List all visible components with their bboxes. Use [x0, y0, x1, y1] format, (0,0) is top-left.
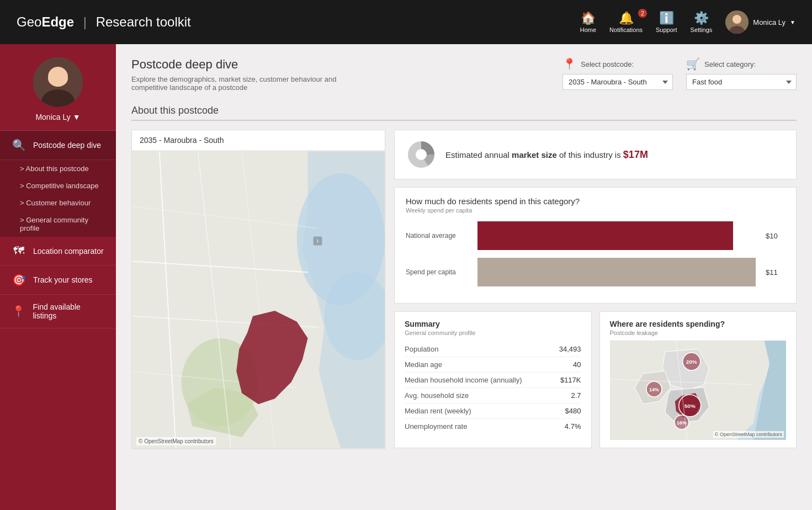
sidebar-sub-items: About this postcode Competitive landscap…	[0, 160, 116, 237]
settings-label: Settings	[691, 26, 713, 33]
svg-point-21	[416, 149, 427, 160]
svg-point-1	[733, 15, 741, 24]
bell-icon: 🔔	[619, 11, 634, 25]
support-nav[interactable]: ℹ️ Support	[656, 11, 677, 33]
leakage-attribution: © OpenStreetMap contributors	[713, 431, 784, 438]
info-icon: ℹ️	[659, 11, 674, 25]
search-icon: 🔍	[11, 139, 26, 152]
svg-text:20%: 20%	[686, 359, 697, 365]
notification-badge: 2	[638, 9, 647, 18]
leakage-card: Where are residents spending? Postcode l…	[599, 311, 797, 448]
bar-label-national: National average	[406, 232, 477, 240]
sidebar-sub-about[interactable]: About this postcode	[0, 160, 116, 177]
sidebar-item-track[interactable]: 🎯 Track your stores	[0, 265, 116, 295]
summary-row-population: Population 34,493	[405, 342, 581, 357]
about-section-title: About this postcode	[131, 105, 797, 121]
sidebar-user-chevron: ▼	[73, 113, 81, 121]
svg-text:1: 1	[316, 238, 319, 243]
bar-track-spend	[477, 258, 761, 286]
summary-subtitle: General community profile	[405, 330, 581, 336]
svg-text:50%: 50%	[684, 403, 695, 409]
sidebar-item-label-listings: Find available listings	[33, 302, 105, 320]
sidebar-item-location[interactable]: 🗺 Location comparator	[0, 237, 116, 265]
summary-row-age: Median age 40	[405, 357, 581, 373]
home-nav[interactable]: 🏠 Home	[580, 11, 596, 33]
sidebar-sub-competitive[interactable]: Competitive landscape	[0, 177, 116, 194]
layout: Monica Ly ▼ 🔍 Postcode deep dive About t…	[0, 44, 812, 510]
summary-row-rent: Median rent (weekly) $480	[405, 403, 581, 419]
app-title: GeoEdge | Research toolkit	[17, 14, 191, 30]
sidebar-item-listings[interactable]: 📍 Find available listings	[0, 295, 116, 328]
location-pin-icon: 📍	[562, 57, 576, 71]
postcode-selector-group: 📍 Select postcode: 2035 - Maroubra - Sou…	[562, 57, 673, 90]
leakage-title: Where are residents spending?	[610, 320, 787, 328]
avatar	[725, 10, 749, 34]
settings-nav[interactable]: ⚙️ Settings	[691, 11, 713, 33]
user-menu[interactable]: Monica Ly ▼	[725, 10, 795, 34]
summary-row-unemployment: Unemployment rate 4.7%	[405, 419, 581, 434]
postcode-select[interactable]: 2035 - Maroubra - South2000 - Sydney2010…	[562, 74, 673, 90]
target-icon: 🎯	[11, 273, 26, 286]
sidebar-nav: 🔍 Postcode deep dive About this postcode…	[0, 131, 116, 510]
map-container[interactable]: 1 © OpenStreetMap contributors	[132, 151, 385, 449]
market-prefix: Estimated annual	[445, 150, 510, 160]
market-card: Estimated annual market size of this ind…	[394, 130, 797, 179]
map-panel: 2035 - Maroubra - South	[131, 130, 385, 449]
cart-icon: 🛒	[686, 57, 700, 71]
summary-row-household: Avg. household size 2.7	[405, 388, 581, 403]
chevron-down-icon: ▼	[790, 19, 795, 25]
content-grid: 2035 - Maroubra - South	[131, 130, 797, 449]
postcode-label-row: 📍 Select postcode:	[562, 57, 673, 71]
page-description: Explore the demographics, market size, c…	[131, 75, 352, 92]
summary-row-income: Median household income (annually) $117K	[405, 373, 581, 388]
sidebar-sub-community[interactable]: General community profile	[0, 211, 116, 237]
sidebar-sub-customer[interactable]: Customer behaviour	[0, 194, 116, 211]
category-select[interactable]: Fast foodCafe/CoffeeRestaurantTakeaway	[686, 74, 797, 90]
bar-label-spend: Spend per capita	[406, 268, 477, 276]
pin-icon: 📍	[11, 305, 26, 318]
bar-fill-national	[477, 221, 733, 250]
spend-title: How much do residents spend in this cate…	[406, 196, 785, 206]
gear-icon: ⚙️	[694, 11, 709, 25]
page-header-left: Postcode deep dive Explore the demograph…	[131, 57, 352, 92]
spend-card: How much do residents spend in this cate…	[394, 187, 797, 304]
main-content: Postcode deep dive Explore the demograph…	[116, 44, 812, 510]
category-label-row: 🛒 Select category:	[686, 57, 797, 71]
notifications-nav[interactable]: 🔔 2 Notifications	[609, 11, 643, 33]
map-svg: 1	[132, 151, 385, 449]
bar-row-spend: Spend per capita $11	[406, 258, 785, 286]
spend-subtitle: Weekly spend per capita	[406, 207, 785, 214]
pie-chart-icon	[406, 139, 437, 170]
market-amount: $17M	[623, 149, 648, 160]
sidebar-username: Monica Ly ▼	[35, 113, 80, 121]
svg-text:14%: 14%	[649, 387, 659, 392]
sidebar-item-label-track: Track your stores	[33, 275, 93, 284]
leakage-sub: Postcode leakage	[610, 330, 787, 336]
postcode-label: Select postcode:	[581, 60, 634, 68]
sidebar-item-postcode[interactable]: 🔍 Postcode deep dive	[0, 131, 116, 160]
notifications-label: Notifications	[609, 26, 643, 33]
title-edge: Edge	[41, 14, 74, 29]
right-panel: Estimated annual market size of this ind…	[394, 130, 797, 449]
category-label: Select category:	[704, 60, 756, 68]
sidebar-profile: Monica Ly ▼	[0, 44, 116, 131]
map-attribution: © OpenStreetMap contributors	[136, 437, 216, 445]
bar-fill-spend	[477, 258, 756, 286]
sidebar: Monica Ly ▼ 🔍 Postcode deep dive About t…	[0, 44, 116, 510]
home-icon: 🏠	[581, 11, 596, 25]
bar-track-national	[477, 221, 761, 250]
map-icon: 🗺	[11, 245, 26, 257]
topbar-right: 🏠 Home 🔔 2 Notifications ℹ️ Support ⚙️ S…	[580, 10, 795, 34]
bar-value-spend: $11	[766, 268, 785, 277]
username-top: Monica Ly	[753, 18, 786, 26]
market-bold: market size	[512, 150, 557, 160]
bar-value-national: $10	[766, 232, 785, 240]
bottom-row: Summary General community profile Popula…	[394, 311, 797, 448]
sidebar-avatar	[33, 57, 83, 107]
leakage-svg: 20% 50% 14% 16%	[610, 341, 787, 440]
home-label: Home	[580, 26, 596, 33]
bar-row-national: National average $10	[406, 221, 785, 250]
selectors: 📍 Select postcode: 2035 - Maroubra - Sou…	[562, 57, 797, 90]
app-subtitle: Research toolkit	[96, 14, 191, 29]
summary-card: Summary General community profile Popula…	[394, 311, 592, 448]
